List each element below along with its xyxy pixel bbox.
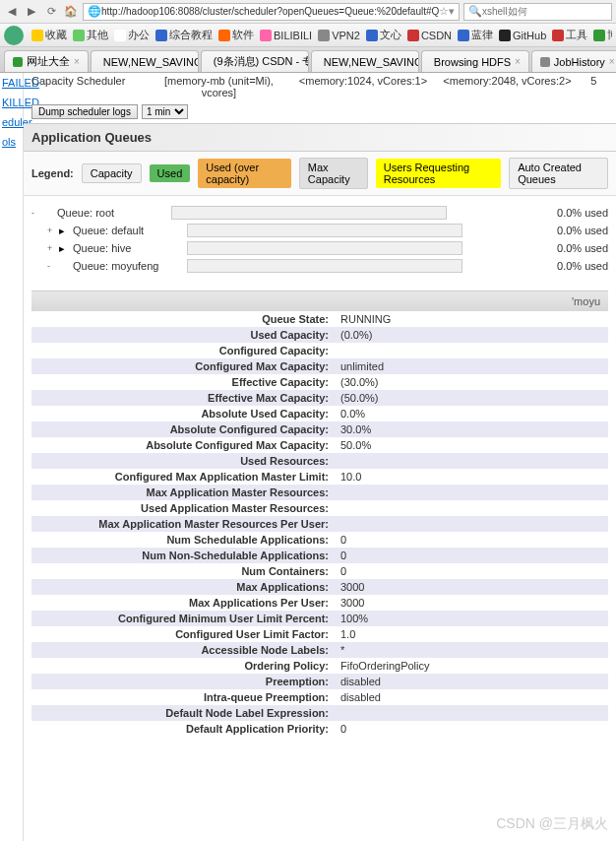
bookmark-item[interactable]: 办公 bbox=[114, 28, 150, 42]
bookmark-star-icon[interactable]: ☆▾ bbox=[439, 5, 455, 18]
queue-toggle-icon[interactable]: + bbox=[47, 243, 59, 253]
sidebar-scheduler[interactable]: eduler bbox=[2, 116, 21, 128]
sched-col-1: Capacity Scheduler bbox=[31, 75, 147, 98]
main-content: Capacity Scheduler [memory-mb (unit=Mi),… bbox=[24, 73, 616, 841]
search-input[interactable] bbox=[482, 6, 607, 17]
tab-label: Browsing HDFS bbox=[434, 56, 511, 68]
detail-label: Accessible Node Labels: bbox=[31, 644, 337, 656]
browser-tab[interactable]: NEW,NEW_SAVING,SU× bbox=[311, 50, 419, 72]
sidebar-tools[interactable]: ols bbox=[2, 136, 21, 148]
detail-value: 50.0% bbox=[337, 439, 608, 451]
sched-col-3: <memory:1024, vCores:1> bbox=[291, 75, 436, 98]
sidebar-killed[interactable]: KILLED bbox=[2, 97, 21, 108]
back-icon[interactable]: ◀ bbox=[4, 4, 20, 20]
queue-row[interactable]: -Queue: root0.0% used bbox=[31, 204, 608, 222]
search-bar[interactable]: 🔍 bbox=[463, 3, 612, 21]
detail-value: 0.0% bbox=[337, 408, 608, 420]
dump-interval-select[interactable]: 1 min bbox=[142, 104, 188, 119]
tab-label: 网址大全 bbox=[27, 54, 70, 69]
forward-icon[interactable]: ▶ bbox=[24, 4, 39, 20]
url-input[interactable] bbox=[101, 6, 439, 17]
tab-label: NEW,NEW_SAVING,SU bbox=[103, 56, 199, 68]
detail-row: Used Application Master Resources: bbox=[31, 500, 608, 516]
queue-plus-icon[interactable]: ▸ bbox=[59, 225, 69, 237]
detail-row: Absolute Configured Capacity:30.0% bbox=[31, 421, 608, 437]
bookmark-item[interactable]: 文心 bbox=[366, 28, 401, 42]
close-icon[interactable]: × bbox=[609, 56, 615, 67]
detail-row: Max Application Master Resources Per Use… bbox=[31, 516, 608, 532]
bookmark-item[interactable]: BILIBILI bbox=[260, 28, 312, 42]
sidebar: FAILED KILLED eduler ols bbox=[0, 73, 24, 841]
detail-value bbox=[337, 345, 608, 356]
detail-row: Used Resources: bbox=[31, 453, 608, 469]
queue-toggle-icon[interactable]: + bbox=[47, 226, 59, 235]
bookmark-item[interactable]: 收藏 bbox=[31, 28, 67, 42]
bookmark-icon bbox=[260, 30, 272, 41]
detail-label: Effective Capacity: bbox=[31, 376, 337, 388]
bookmark-item[interactable]: 综合教程 bbox=[155, 28, 213, 42]
queue-plus-icon[interactable]: ▸ bbox=[59, 242, 69, 255]
detail-value: 0 bbox=[337, 723, 608, 735]
bookmark-item[interactable]: 软件 bbox=[218, 28, 254, 42]
bookmark-item[interactable]: GitHub bbox=[499, 28, 546, 42]
detail-label: Configured User Limit Factor: bbox=[31, 628, 337, 640]
bookmark-label: 蓝律 bbox=[471, 28, 493, 42]
detail-header: 'moyu bbox=[31, 291, 608, 311]
queue-capacity-bar bbox=[171, 206, 447, 220]
browser-tab[interactable]: JobHistory× bbox=[531, 50, 616, 72]
queue-used-pct: 0.0% used bbox=[557, 260, 608, 272]
queue-used-pct: 0.0% used bbox=[557, 242, 608, 254]
bookmark-label: 综合教程 bbox=[169, 28, 213, 42]
detail-value: disabled bbox=[337, 676, 608, 687]
detail-value: FifoOrderingPolicy bbox=[337, 660, 608, 672]
detail-label: Effective Max Capacity: bbox=[31, 392, 337, 404]
close-icon[interactable]: × bbox=[74, 56, 80, 67]
scheduler-header: Capacity Scheduler [memory-mb (unit=Mi),… bbox=[24, 73, 616, 100]
detail-label: Max Applications: bbox=[31, 581, 337, 593]
detail-label: Configured Max Application Master Limit: bbox=[31, 471, 337, 483]
url-bar[interactable]: 🌐 ☆▾ bbox=[83, 3, 460, 21]
detail-value: (0.0%) bbox=[337, 329, 608, 341]
bookmark-item[interactable]: 工具 bbox=[552, 28, 587, 42]
detail-label: Max Application Master Resources: bbox=[31, 486, 337, 498]
tabs-bar: 网址大全×NEW,NEW_SAVING,SU×(9条消息) CSDN - 专业×… bbox=[0, 47, 616, 73]
detail-label: Configured Capacity: bbox=[31, 345, 337, 356]
dump-scheduler-logs-button[interactable]: Dump scheduler logs bbox=[31, 104, 138, 119]
browser-tab[interactable]: Browsing HDFS× bbox=[421, 50, 529, 72]
browser-tab[interactable]: NEW,NEW_SAVING,SU× bbox=[91, 50, 199, 72]
queue-row[interactable]: -Queue: moyufeng0.0% used bbox=[31, 257, 608, 275]
queue-row[interactable]: +▸Queue: hive0.0% used bbox=[31, 239, 608, 257]
detail-label: Num Schedulable Applications: bbox=[31, 534, 337, 546]
refresh-icon[interactable]: ⟳ bbox=[43, 4, 59, 20]
close-icon[interactable]: × bbox=[515, 56, 521, 67]
bookmark-item[interactable]: 博客园 bbox=[593, 28, 612, 42]
bookmark-item[interactable]: 蓝律 bbox=[458, 28, 493, 42]
detail-value bbox=[337, 455, 608, 467]
avatar[interactable] bbox=[4, 26, 24, 45]
queue-used-pct: 0.0% used bbox=[557, 225, 608, 236]
bookmark-label: VPN2 bbox=[332, 30, 360, 41]
bookmark-item[interactable]: VPN2 bbox=[318, 28, 360, 42]
tab-label: JobHistory bbox=[554, 56, 605, 68]
detail-label: Num Non-Schedulable Applications: bbox=[31, 550, 337, 561]
detail-label: Configured Minimum User Limit Percent: bbox=[31, 613, 337, 624]
queue-toggle-icon[interactable]: - bbox=[47, 261, 59, 271]
browser-tab[interactable]: 网址大全× bbox=[4, 50, 89, 72]
bookmark-icon bbox=[593, 30, 605, 41]
queue-used-pct: 0.0% used bbox=[557, 207, 608, 219]
detail-row: Absolute Configured Max Capacity:50.0% bbox=[31, 437, 608, 453]
browser-toolbar: ◀ ▶ ⟳ 🏠 🌐 ☆▾ 🔍 bbox=[0, 0, 616, 24]
queue-row[interactable]: +▸Queue: default0.0% used bbox=[31, 222, 608, 239]
home-icon[interactable]: 🏠 bbox=[63, 4, 79, 20]
browser-tab[interactable]: (9条消息) CSDN - 专业× bbox=[201, 50, 309, 72]
bookmark-item[interactable]: 其他 bbox=[73, 28, 108, 42]
detail-row: Absolute Used Capacity:0.0% bbox=[31, 406, 608, 421]
bookmark-item[interactable]: CSDN bbox=[407, 28, 452, 42]
sidebar-failed[interactable]: FAILED bbox=[2, 77, 21, 89]
queue-toggle-icon[interactable]: - bbox=[31, 208, 43, 218]
detail-value: 10.0 bbox=[337, 471, 608, 483]
sched-col-2: [memory-mb (unit=Mi), vcores] bbox=[147, 75, 291, 98]
detail-label: Default Node Label Expression: bbox=[31, 707, 337, 719]
detail-label: Configured Max Capacity: bbox=[31, 360, 337, 372]
detail-row: Num Non-Schedulable Applications:0 bbox=[31, 548, 608, 563]
